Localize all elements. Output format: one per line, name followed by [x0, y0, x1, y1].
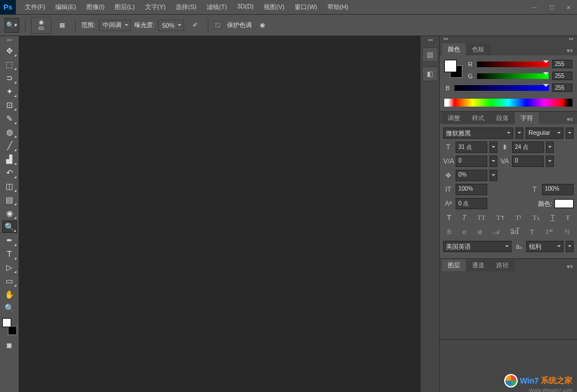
menu-window[interactable]: 窗口(W)	[290, 1, 322, 14]
background-swatch[interactable]	[8, 326, 17, 335]
baseline-input[interactable]: 0 点	[456, 198, 487, 209]
char-panel-menu[interactable]: ▾≡	[565, 114, 575, 124]
underline-button[interactable]: T	[549, 213, 556, 223]
tab-swatches[interactable]: 色板	[466, 43, 490, 55]
hand-tool[interactable]: ✋	[2, 288, 17, 301]
oldstyle-button[interactable]: T	[528, 227, 536, 237]
menu-help[interactable]: 帮助(H)	[323, 1, 353, 14]
airbrush-button[interactable]: ✐	[187, 18, 202, 33]
move-tool[interactable]: ✥	[2, 45, 17, 57]
color-swatches[interactable]	[2, 318, 17, 335]
textcolor-swatch[interactable]	[554, 199, 574, 208]
subscript-button[interactable]: T₁	[531, 213, 541, 223]
toolbox-collapse[interactable]: ▸▸	[0, 37, 19, 44]
r-slider[interactable]	[477, 61, 549, 67]
stamp-tool[interactable]: ▟	[2, 153, 17, 165]
vscale-input[interactable]: 100%	[456, 184, 487, 195]
font-size-input[interactable]: 31 点	[456, 142, 487, 153]
tab-channels[interactable]: 通道	[466, 259, 490, 271]
scale-input[interactable]: 0%	[456, 170, 487, 181]
color-spectrum[interactable]	[444, 99, 572, 107]
stylistic-button[interactable]: σ	[461, 227, 467, 237]
tab-paths[interactable]: 路径	[491, 259, 514, 271]
color-panel-menu[interactable]: ▾≡	[565, 46, 575, 55]
swash-button[interactable]: st	[476, 227, 484, 237]
shape-tool[interactable]: ▭	[2, 275, 17, 287]
layers-panel-menu[interactable]: ▾≡	[565, 262, 575, 271]
eraser-tool[interactable]: ◫	[2, 180, 17, 192]
protect-tones-checkbox[interactable]	[214, 21, 221, 29]
g-slider[interactable]	[477, 73, 549, 79]
r-value[interactable]: 255	[552, 60, 572, 68]
font-family-select[interactable]: 微软雅黑	[443, 127, 513, 139]
close-button[interactable]: ✕	[560, 2, 577, 14]
pressure-button[interactable]: ◉	[255, 18, 270, 33]
font-style-select[interactable]: Regular	[526, 127, 563, 139]
tab-layers[interactable]: 图层	[442, 259, 466, 271]
font-size-dd[interactable]	[489, 142, 497, 153]
blur-tool[interactable]: ◉	[2, 207, 17, 219]
zoom-tool[interactable]: 🔍	[2, 302, 17, 314]
tab-styles[interactable]: 样式	[466, 112, 490, 124]
bold-button[interactable]: T	[445, 213, 453, 223]
gradient-tool[interactable]: ▤	[2, 193, 17, 206]
kerning-dd[interactable]	[489, 156, 497, 167]
tab-paragraph[interactable]: 段落	[491, 112, 514, 124]
crop-tool[interactable]: ⊡	[2, 99, 17, 111]
quickmask-button[interactable]: ◙	[2, 339, 17, 351]
menu-image[interactable]: 图像(I)	[82, 1, 109, 14]
font-style-dd[interactable]	[566, 127, 574, 139]
kerning-input[interactable]: 0	[456, 156, 487, 167]
menu-view[interactable]: 视图(V)	[259, 1, 289, 14]
menu-3d[interactable]: 3D(D)	[233, 1, 258, 14]
menu-type[interactable]: 文字(Y)	[141, 1, 171, 14]
language-select[interactable]: 美国英语	[443, 241, 512, 252]
maximize-button[interactable]: ☐	[543, 2, 560, 14]
canvas-area[interactable]	[19, 36, 420, 392]
brush-preview[interactable]: 65	[31, 17, 51, 34]
italic-button[interactable]: T	[460, 213, 467, 223]
leading-dd[interactable]	[546, 142, 554, 153]
brush-tool[interactable]: ╱	[2, 139, 17, 152]
font-family-dd[interactable]	[515, 127, 523, 139]
menu-filter[interactable]: 滤镜(T)	[202, 1, 231, 14]
history-brush-tool[interactable]: ↶	[2, 166, 17, 179]
type-tool[interactable]: T	[2, 248, 17, 260]
brush-panel-button[interactable]: ▦	[55, 18, 69, 33]
tracking-input[interactable]: 0	[512, 156, 544, 167]
smallcaps-button[interactable]: Tᴛ	[495, 213, 506, 223]
dock-histogram-icon[interactable]: ▤	[422, 47, 438, 62]
exposure-select[interactable]: 50%	[158, 20, 184, 31]
pen-tool[interactable]: ✒	[2, 234, 17, 246]
antialias-dd[interactable]	[566, 241, 574, 252]
tab-adjust[interactable]: 调整	[442, 112, 466, 124]
half-button[interactable]: ½	[563, 227, 571, 237]
superscript-button[interactable]: T¹	[514, 213, 523, 223]
b-slider[interactable]	[454, 85, 549, 91]
menu-edit[interactable]: 编辑(E)	[51, 1, 81, 14]
heal-tool[interactable]: ◍	[2, 126, 17, 138]
wand-tool[interactable]: ✦	[2, 85, 17, 98]
panel-fg-swatch[interactable]	[444, 60, 457, 72]
hscale-input[interactable]: 100%	[542, 184, 574, 195]
antialias-select[interactable]: 锐利	[526, 241, 563, 252]
panel-color-swatches[interactable]	[444, 60, 462, 78]
menu-file[interactable]: 文件(F)	[20, 1, 50, 14]
g-value[interactable]: 255	[552, 72, 572, 80]
range-select[interactable]: 中间调	[99, 20, 131, 31]
marquee-tool[interactable]: ⬚	[2, 58, 17, 71]
dock-collapse[interactable]: ◂◂	[421, 37, 439, 44]
path-select-tool[interactable]: ▷	[2, 261, 17, 274]
eyedropper-tool[interactable]: ✎	[2, 112, 17, 125]
dodge-tool[interactable]: 🔍	[2, 221, 17, 233]
allcaps-button[interactable]: TT	[475, 213, 487, 223]
leading-input[interactable]: 24 点	[512, 142, 544, 153]
foreground-swatch[interactable]	[2, 318, 11, 327]
tracking-dd[interactable]	[546, 156, 554, 167]
tool-preset-button[interactable]: 🔍▾	[5, 18, 19, 33]
lasso-tool[interactable]: ⊃	[2, 72, 17, 84]
b-value[interactable]: 255	[552, 83, 572, 92]
menu-select[interactable]: 选择(S)	[171, 1, 201, 14]
scale-dd[interactable]	[489, 170, 497, 181]
strike-button[interactable]: Ŧ	[564, 213, 571, 223]
